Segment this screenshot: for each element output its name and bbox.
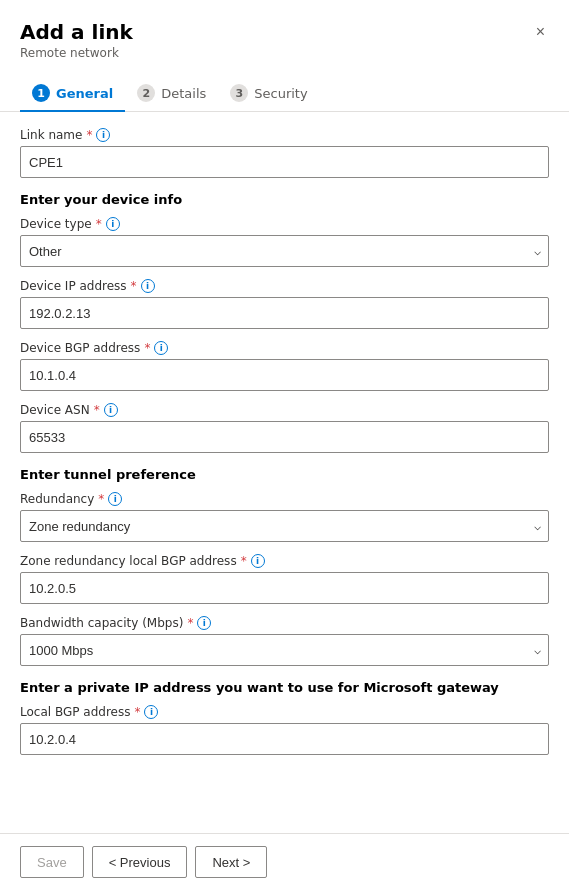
device-type-label-text: Device type xyxy=(20,217,92,231)
local-bgp-field: Local BGP address * i xyxy=(20,705,549,755)
redundancy-label-row: Redundancy * i xyxy=(20,492,549,506)
bandwidth-select[interactable]: 500 Mbps 1000 Mbps 2000 Mbps xyxy=(20,634,549,666)
device-asn-label-row: Device ASN * i xyxy=(20,403,549,417)
tab-general-label: General xyxy=(56,86,113,101)
local-bgp-label-text: Local BGP address xyxy=(20,705,130,719)
device-bgp-field: Device BGP address * i xyxy=(20,341,549,391)
redundancy-info-icon[interactable]: i xyxy=(108,492,122,506)
device-bgp-label-text: Device BGP address xyxy=(20,341,140,355)
tab-general-num: 1 xyxy=(32,84,50,102)
redundancy-label-text: Redundancy xyxy=(20,492,94,506)
zone-bgp-input[interactable] xyxy=(20,572,549,604)
device-ip-input[interactable] xyxy=(20,297,549,329)
private-ip-heading: Enter a private IP address you want to u… xyxy=(20,680,549,695)
local-bgp-required: * xyxy=(134,705,140,719)
device-asn-required: * xyxy=(94,403,100,417)
device-ip-required: * xyxy=(131,279,137,293)
tab-general[interactable]: 1 General xyxy=(20,76,125,112)
device-info-section: Enter your device info Device type * i O… xyxy=(20,192,549,453)
close-button[interactable]: × xyxy=(532,20,549,44)
private-ip-section: Enter a private IP address you want to u… xyxy=(20,680,549,755)
device-bgp-info-icon[interactable]: i xyxy=(154,341,168,355)
link-name-field: Link name * i xyxy=(20,128,549,178)
device-bgp-required: * xyxy=(144,341,150,355)
redundancy-select-wrapper: Zone redundancy No redundancy ⌵ xyxy=(20,510,549,542)
tab-security-num: 3 xyxy=(230,84,248,102)
modal-title-group: Add a link Remote network xyxy=(20,20,133,60)
bandwidth-label-row: Bandwidth capacity (Mbps) * i xyxy=(20,616,549,630)
bandwidth-info-icon[interactable]: i xyxy=(197,616,211,630)
modal-footer: Save < Previous Next > xyxy=(0,833,569,890)
bandwidth-field: Bandwidth capacity (Mbps) * i 500 Mbps 1… xyxy=(20,616,549,666)
device-type-required: * xyxy=(96,217,102,231)
zone-bgp-field: Zone redundancy local BGP address * i xyxy=(20,554,549,604)
device-asn-field: Device ASN * i xyxy=(20,403,549,453)
device-asn-label-text: Device ASN xyxy=(20,403,90,417)
link-name-input[interactable] xyxy=(20,146,549,178)
device-ip-label-text: Device IP address xyxy=(20,279,127,293)
bandwidth-label-text: Bandwidth capacity (Mbps) xyxy=(20,616,183,630)
modal-header: Add a link Remote network × xyxy=(0,0,569,60)
device-type-label-row: Device type * i xyxy=(20,217,549,231)
bandwidth-required: * xyxy=(187,616,193,630)
local-bgp-label-row: Local BGP address * i xyxy=(20,705,549,719)
modal-subtitle: Remote network xyxy=(20,46,133,60)
device-info-heading: Enter your device info xyxy=(20,192,549,207)
device-asn-info-icon[interactable]: i xyxy=(104,403,118,417)
zone-bgp-label-row: Zone redundancy local BGP address * i xyxy=(20,554,549,568)
local-bgp-input[interactable] xyxy=(20,723,549,755)
device-type-select-wrapper: Other Cisco Palo Alto Fortinet ⌵ xyxy=(20,235,549,267)
zone-bgp-required: * xyxy=(241,554,247,568)
tab-security[interactable]: 3 Security xyxy=(218,76,319,112)
device-ip-label-row: Device IP address * i xyxy=(20,279,549,293)
zone-bgp-info-icon[interactable]: i xyxy=(251,554,265,568)
redundancy-required: * xyxy=(98,492,104,506)
device-bgp-label-row: Device BGP address * i xyxy=(20,341,549,355)
previous-button[interactable]: < Previous xyxy=(92,846,188,878)
link-name-info-icon[interactable]: i xyxy=(96,128,110,142)
link-name-label-text: Link name xyxy=(20,128,82,142)
modal-title: Add a link xyxy=(20,20,133,44)
device-asn-input[interactable] xyxy=(20,421,549,453)
add-link-modal: Add a link Remote network × 1 General 2 … xyxy=(0,0,569,890)
tunnel-preference-heading: Enter tunnel preference xyxy=(20,467,549,482)
tab-details-num: 2 xyxy=(137,84,155,102)
device-type-info-icon[interactable]: i xyxy=(106,217,120,231)
device-type-field: Device type * i Other Cisco Palo Alto Fo… xyxy=(20,217,549,267)
device-ip-info-icon[interactable]: i xyxy=(141,279,155,293)
tunnel-preference-section: Enter tunnel preference Redundancy * i Z… xyxy=(20,467,549,666)
next-button[interactable]: Next > xyxy=(195,846,267,878)
tab-details-label: Details xyxy=(161,86,206,101)
local-bgp-info-icon[interactable]: i xyxy=(144,705,158,719)
tab-security-label: Security xyxy=(254,86,307,101)
link-name-required: * xyxy=(86,128,92,142)
save-button[interactable]: Save xyxy=(20,846,84,878)
device-ip-field: Device IP address * i xyxy=(20,279,549,329)
device-type-select[interactable]: Other Cisco Palo Alto Fortinet xyxy=(20,235,549,267)
link-name-label-row: Link name * i xyxy=(20,128,549,142)
redundancy-field: Redundancy * i Zone redundancy No redund… xyxy=(20,492,549,542)
tabs-container: 1 General 2 Details 3 Security xyxy=(0,60,569,112)
tab-details[interactable]: 2 Details xyxy=(125,76,218,112)
modal-body: Link name * i Enter your device info Dev… xyxy=(0,112,569,833)
redundancy-select[interactable]: Zone redundancy No redundancy xyxy=(20,510,549,542)
bandwidth-select-wrapper: 500 Mbps 1000 Mbps 2000 Mbps ⌵ xyxy=(20,634,549,666)
device-bgp-input[interactable] xyxy=(20,359,549,391)
zone-bgp-label-text: Zone redundancy local BGP address xyxy=(20,554,237,568)
